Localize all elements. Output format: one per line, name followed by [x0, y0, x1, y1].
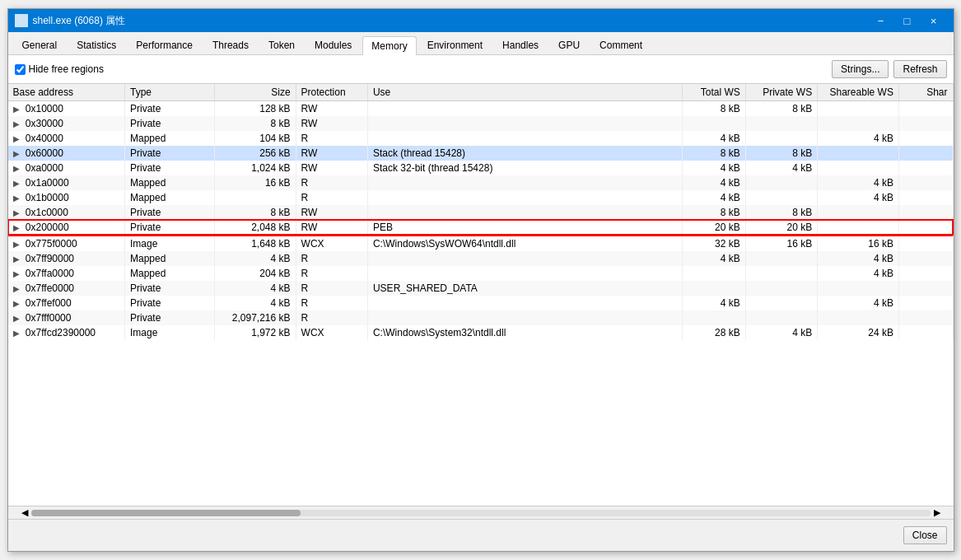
cell-shareable-ws — [818, 281, 899, 296]
expand-arrow[interactable]: ▶ — [13, 299, 23, 308]
horizontal-scrollbar[interactable]: ◀ ▶ — [8, 506, 954, 519]
col-shareable-ws: Shareable WS — [818, 84, 899, 101]
cell-size: 4 kB — [215, 251, 296, 266]
expand-arrow[interactable]: ▶ — [13, 194, 23, 203]
table-row[interactable]: ▶ 0x7ffa0000Mapped204 kBR4 kB — [8, 266, 954, 281]
cell-base: ▶ 0x7ffcd2390000 — [8, 325, 125, 340]
table-row[interactable]: ▶ 0x7ff90000Mapped4 kBR4 kB4 kB — [8, 251, 954, 266]
cell-private-ws — [745, 190, 817, 205]
cell-shar — [898, 310, 953, 325]
table-row[interactable]: ▶ 0x7ffcd2390000Image1,972 kBWCXC:\Windo… — [8, 325, 954, 340]
cell-base: ▶ 0x7fff0000 — [8, 310, 125, 325]
expand-arrow[interactable]: ▶ — [13, 164, 23, 173]
cell-shar — [898, 236, 953, 251]
tab-gpu[interactable]: GPU — [549, 35, 589, 54]
cell-size: 256 kB — [215, 146, 296, 161]
table-container[interactable]: Base address Type Size Protection Use To… — [8, 84, 954, 506]
tab-threads[interactable]: Threads — [203, 35, 258, 54]
cell-protection: WCX — [296, 236, 367, 251]
expand-arrow[interactable]: ▶ — [13, 119, 23, 128]
table-row[interactable]: ▶ 0x200000Private2,048 kBRWPEB20 kB20 kB — [8, 220, 954, 235]
tab-memory[interactable]: Memory — [362, 36, 416, 55]
tab-token[interactable]: Token — [259, 35, 304, 54]
scroll-left-btn[interactable]: ◀ — [21, 507, 28, 518]
tab-statistics[interactable]: Statistics — [68, 35, 125, 54]
cell-use: Stack 32-bit (thread 15428) — [367, 161, 682, 175]
window-close-button[interactable]: × — [921, 12, 947, 29]
cell-shar — [898, 281, 953, 296]
cell-base: ▶ 0x1c0000 — [8, 205, 125, 220]
table-row[interactable]: ▶ 0x40000Mapped104 kBR4 kB4 kB — [8, 131, 954, 146]
maximize-button[interactable]: □ — [894, 12, 921, 29]
cell-use: C:\Windows\System32\ntdll.dll — [367, 325, 682, 340]
hide-free-regions-input[interactable] — [15, 64, 26, 75]
tab-handles[interactable]: Handles — [493, 35, 548, 54]
expand-arrow[interactable]: ▶ — [13, 105, 23, 114]
refresh-button[interactable]: Refresh — [893, 60, 946, 78]
cell-shareable-ws: 16 kB — [818, 236, 899, 251]
cell-private-ws: 16 kB — [745, 236, 817, 251]
cell-type: Mapped — [125, 175, 215, 190]
scrollbar-track[interactable] — [31, 510, 931, 516]
cell-shareable-ws — [818, 161, 899, 175]
expand-arrow[interactable]: ▶ — [13, 284, 23, 293]
col-protection: Protection — [296, 84, 367, 101]
scrollbar-thumb[interactable] — [31, 510, 301, 516]
cell-use — [367, 296, 682, 310]
expand-arrow[interactable]: ▶ — [13, 329, 23, 338]
cell-base: ▶ 0x10000 — [8, 101, 125, 117]
table-row[interactable]: ▶ 0x30000Private8 kBRW — [8, 116, 954, 131]
table-row[interactable]: ▶ 0x10000Private128 kBRW8 kB8 kB — [8, 101, 954, 117]
cell-use — [367, 175, 682, 190]
cell-type: Mapped — [125, 190, 215, 205]
cell-shareable-ws: 4 kB — [818, 296, 899, 310]
expand-arrow[interactable]: ▶ — [13, 254, 23, 264]
cell-shareable-ws: 4 kB — [818, 190, 899, 205]
expand-arrow[interactable]: ▶ — [13, 314, 23, 323]
expand-arrow[interactable]: ▶ — [13, 149, 23, 158]
tab-comment[interactable]: Comment — [590, 35, 651, 54]
cell-use: Stack (thread 15428) — [367, 146, 682, 161]
close-button[interactable]: Close — [903, 526, 947, 544]
table-row[interactable]: ▶ 0x775f0000Image1,648 kBWCXC:\Windows\S… — [8, 236, 954, 251]
strings-button[interactable]: Strings... — [832, 60, 889, 78]
hide-free-regions-checkbox[interactable]: Hide free regions — [15, 63, 104, 75]
expand-arrow[interactable]: ▶ — [13, 179, 23, 188]
table-row[interactable]: ▶ 0x7fff0000Private2,097,216 kBR — [8, 310, 954, 325]
table-row[interactable]: ▶ 0x7ffe0000Private4 kBRUSER_SHARED_DATA — [8, 281, 954, 296]
cell-type: Private — [125, 101, 215, 117]
expand-arrow[interactable]: ▶ — [13, 223, 23, 232]
expand-arrow[interactable]: ▶ — [13, 134, 23, 143]
expand-arrow[interactable]: ▶ — [13, 269, 23, 278]
cell-shareable-ws: 24 kB — [818, 325, 899, 340]
cell-size: 2,048 kB — [215, 220, 296, 235]
hide-free-regions-label: Hide free regions — [29, 63, 104, 75]
tab-performance[interactable]: Performance — [127, 35, 202, 54]
expand-arrow[interactable]: ▶ — [13, 208, 23, 217]
table-row[interactable]: ▶ 0x7ffef000Private4 kBR4 kB4 kB — [8, 296, 954, 310]
cell-private-ws — [745, 310, 817, 325]
cell-total-ws — [683, 281, 745, 296]
tab-modules[interactable]: Modules — [306, 35, 361, 54]
table-row[interactable]: ▶ 0x1b0000MappedR4 kB4 kB — [8, 190, 954, 205]
content-area: Base address Type Size Protection Use To… — [8, 84, 954, 519]
minimize-button[interactable]: − — [868, 12, 894, 29]
cell-type: Private — [125, 281, 215, 296]
window-title: shell.exe (6068) 属性 — [33, 14, 126, 28]
cell-base: ▶ 0x7ffef000 — [8, 296, 125, 310]
table-row[interactable]: ▶ 0x1c0000Private8 kBRW8 kB8 kB — [8, 205, 954, 220]
table-row[interactable]: ▶ 0xa0000Private1,024 kBRWStack 32-bit (… — [8, 161, 954, 175]
cell-size: 1,648 kB — [215, 236, 296, 251]
cell-size: 128 kB — [215, 101, 296, 117]
table-row[interactable]: ▶ 0x1a0000Mapped16 kBR4 kB4 kB — [8, 175, 954, 190]
cell-base: ▶ 0x30000 — [8, 116, 125, 131]
expand-arrow[interactable]: ▶ — [13, 240, 23, 249]
cell-protection: RW — [296, 161, 367, 175]
cell-total-ws: 4 kB — [683, 251, 745, 266]
tab-general[interactable]: General — [13, 35, 67, 54]
scroll-right-btn[interactable]: ▶ — [934, 507, 940, 518]
cell-private-ws: 4 kB — [745, 161, 817, 175]
cell-shar — [898, 101, 953, 117]
table-row[interactable]: ▶ 0x60000Private256 kBRWStack (thread 15… — [8, 146, 954, 161]
tab-environment[interactable]: Environment — [418, 35, 492, 54]
